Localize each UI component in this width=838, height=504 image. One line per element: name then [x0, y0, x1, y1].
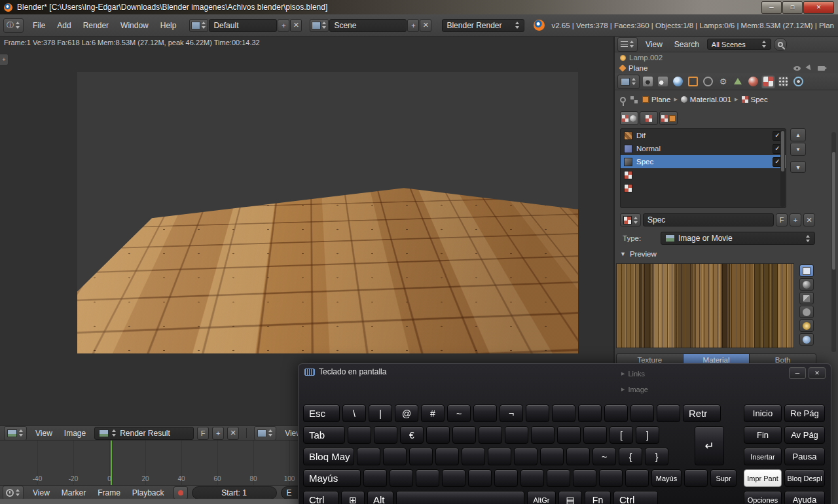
osk-key-hash[interactable]: # — [421, 405, 445, 422]
texture-specials-menu-button[interactable]: ▾ — [790, 161, 806, 173]
outliner-scope-dropdown[interactable]: All Scenes — [707, 39, 771, 50]
osk-key-blank[interactable] — [462, 448, 485, 465]
osk-key-ctrl[interactable]: Ctrl — [303, 491, 338, 504]
properties-tab-material[interactable] — [746, 75, 760, 88]
osk-key-blank[interactable] — [435, 448, 459, 465]
menu-view[interactable]: View — [30, 427, 58, 439]
visibility-toggle-icon[interactable] — [793, 66, 801, 71]
osk-key-blank[interactable] — [557, 426, 581, 444]
osk-key-bloq-despl[interactable]: Bloq Despl — [784, 469, 825, 487]
osk-key-at[interactable]: @ — [395, 405, 418, 422]
osk-key-blank[interactable] — [357, 448, 380, 465]
osk-key-blank[interactable] — [552, 405, 575, 422]
osk-key-tilde[interactable]: ~ — [447, 405, 471, 422]
menu-view[interactable]: View — [640, 39, 668, 50]
search-button[interactable] — [774, 38, 787, 51]
osk-key-blank[interactable] — [442, 469, 465, 487]
osk-key-fn[interactable]: Fn — [585, 491, 611, 504]
osk-key-pausa[interactable]: Pausa — [784, 448, 825, 465]
osk-key-blank[interactable] — [566, 448, 590, 465]
layout-add-button[interactable]: + — [278, 19, 289, 32]
osk-key-win[interactable]: ⊞ — [341, 491, 365, 504]
osk-key-blank[interactable] — [348, 426, 371, 444]
secondary-editor-type-button[interactable] — [254, 426, 276, 441]
texture-slot-dif[interactable]: Dif✓ — [621, 129, 786, 142]
osk-key-impr-pant[interactable]: Impr Pant — [744, 469, 782, 487]
scrollbar-thumb[interactable] — [781, 131, 784, 171]
preview-sphere-button[interactable] — [799, 278, 814, 291]
preview-flat-button[interactable] — [799, 264, 814, 277]
osk-key-blank[interactable] — [547, 469, 570, 487]
window-maximize-button[interactable]: □ — [782, 1, 803, 14]
osk-key-tab[interactable]: Tab — [303, 426, 345, 444]
menu-frame[interactable]: Frame — [92, 487, 126, 499]
preview-monkey-button[interactable] — [799, 306, 814, 318]
image-datablock-selector[interactable]: Render Result — [94, 427, 194, 440]
layout-name-field[interactable]: Default — [209, 19, 277, 32]
image-unlink-button[interactable]: ✕ — [227, 427, 239, 440]
preview-panel-header[interactable]: ▼ Preview — [620, 250, 657, 258]
region-toggle-tab[interactable]: + — [0, 54, 9, 65]
timeline-editor-type-button[interactable] — [3, 486, 24, 500]
osk-key-alt[interactable]: Alt — [367, 491, 393, 504]
texture-context-material-button[interactable] — [620, 111, 638, 125]
osk-key-blank[interactable] — [520, 469, 544, 487]
osk-key-blank[interactable] — [468, 469, 492, 487]
texture-slot-empty-3[interactable] — [621, 168, 786, 181]
breadcrumb-material[interactable]: Material.001 — [681, 96, 731, 103]
texture-context-other-button[interactable] — [659, 111, 678, 125]
osk-minimize-button[interactable]: ─ — [789, 367, 806, 379]
osk-key-ctrl-right[interactable]: Ctrl — [613, 491, 658, 504]
osk-key-blank[interactable] — [479, 426, 502, 444]
osk-key-pipe[interactable]: | — [369, 405, 392, 422]
scrollbar-thumb[interactable] — [832, 152, 835, 270]
osk-key-mayus-right[interactable]: Mayús — [651, 469, 682, 487]
osk-key-blank[interactable] — [583, 426, 607, 444]
osk-key-space[interactable] — [396, 491, 524, 504]
osk-key-blank[interactable] — [363, 469, 387, 487]
texture-name-field[interactable]: Spec — [643, 213, 774, 226]
scene-name-field[interactable]: Scene — [329, 19, 407, 32]
osk-key-blank[interactable] — [657, 405, 680, 422]
osk-key-blank[interactable] — [473, 405, 497, 422]
osk-key-blank[interactable] — [409, 448, 433, 465]
osk-key-blank[interactable] — [505, 426, 528, 444]
osk-key-blank[interactable] — [383, 448, 407, 465]
osk-key-blank[interactable] — [416, 469, 439, 487]
texture-fake-user-button[interactable]: F — [776, 213, 788, 226]
osk-key-tilde2[interactable]: ~ — [592, 448, 616, 465]
osk-key-blank[interactable] — [578, 405, 602, 422]
osk-key-blank[interactable] — [625, 469, 649, 487]
osk-key-av-p-g[interactable]: Av Pág — [784, 426, 825, 444]
move-slot-up-button[interactable]: ▲ — [790, 128, 806, 141]
osk-key-blank[interactable] — [573, 469, 596, 487]
image-new-button[interactable]: + — [212, 427, 224, 440]
osk-key-blank[interactable] — [494, 469, 518, 487]
osk-key-fin[interactable]: Fin — [744, 426, 782, 444]
osk-key-menu[interactable]: ▤ — [558, 491, 582, 504]
osk-key-esc[interactable]: Esc — [303, 405, 340, 422]
osk-key-blank[interactable] — [531, 426, 555, 444]
properties-tab-render[interactable] — [641, 75, 655, 88]
move-slot-down-button[interactable]: ▼ — [790, 143, 806, 156]
image-editor-type-button[interactable] — [4, 426, 27, 441]
osk-key-bloq-may[interactable]: Bloq May — [303, 448, 354, 465]
osk-key-blank[interactable] — [452, 426, 476, 444]
menu-window[interactable]: Window — [115, 20, 154, 31]
menu-search[interactable]: Search — [669, 39, 704, 50]
image-fake-user-button[interactable]: F — [197, 427, 209, 440]
renderable-toggle-icon[interactable] — [818, 66, 825, 71]
scene-delete-button[interactable]: ✕ — [420, 19, 431, 32]
scene-browse-button[interactable] — [310, 19, 329, 32]
osk-key-brace-open[interactable]: { — [619, 448, 642, 465]
osk-key-altgr[interactable]: AltGr — [527, 491, 556, 504]
preview-light-button[interactable] — [799, 319, 814, 332]
menu-marker[interactable]: Marker — [56, 487, 91, 499]
breadcrumb-object[interactable]: Plane — [642, 96, 670, 103]
info-editor-type-button[interactable]: ⓘ — [3, 18, 24, 33]
properties-scrollbar[interactable] — [831, 132, 836, 352]
properties-tab-modifiers[interactable] — [716, 75, 730, 88]
osk-key-blank[interactable] — [514, 448, 537, 465]
properties-editor-type-button[interactable] — [617, 75, 640, 89]
osk-key-blank[interactable] — [374, 426, 397, 444]
